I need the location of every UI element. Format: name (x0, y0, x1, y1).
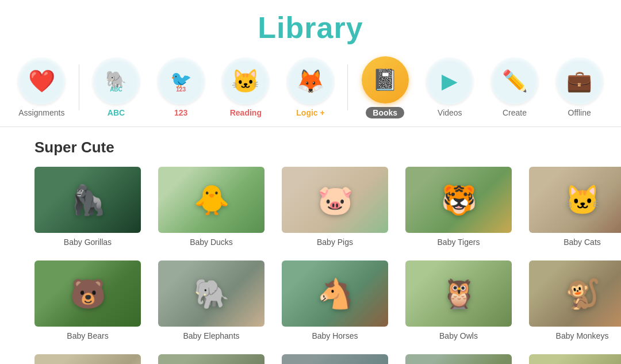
book-cover-gorillas: 🦍 (34, 167, 141, 233)
nav-item-assignments[interactable]: ❤️ Assignments (12, 58, 72, 117)
book-label-gorillas: Baby Gorillas (64, 237, 112, 247)
books-icon: 📓 (372, 68, 398, 92)
owl-emoji: 🦉 (441, 277, 477, 311)
book-item-tigers[interactable]: 🐯 Baby Tigers (405, 167, 512, 247)
book-item-owls[interactable]: 🦉 Baby Owls (405, 260, 512, 340)
main-section: Super Cute 🦍 Baby Gorillas 🐥 Baby Ducks … (0, 127, 621, 364)
nav-circle-123: 🐦 123 (158, 58, 205, 105)
nav-label-assignments: Assignments (18, 108, 64, 117)
bear-emoji: 🐻 (70, 277, 106, 311)
nav-item-books[interactable]: 📓 Books (355, 56, 415, 118)
tiger-emoji: 🐯 (441, 183, 477, 217)
num-icon: 🐦 123 (170, 70, 191, 93)
books-grid: 🦍 Baby Gorillas 🐥 Baby Ducks 🐷 Baby Pigs… (34, 167, 586, 364)
gorilla-emoji: 🦍 (70, 183, 106, 217)
nav-label-offline: Offline (568, 108, 591, 117)
nav-circle-abc: 🐘 ABC (93, 58, 140, 105)
nav-item-abc[interactable]: 🐘 ABC ABC (86, 58, 147, 117)
book-item-rabbits[interactable]: 🐰 (529, 354, 621, 364)
abc-icon: 🐘 ABC (105, 70, 126, 93)
book-item-cats[interactable]: 🐱 Baby Cats (529, 167, 621, 247)
book-label-monkeys: Baby Monkeys (556, 331, 609, 340)
book-cover-owls: 🦉 (405, 260, 512, 327)
nav-circle-create: ✏️ (491, 58, 538, 105)
section-title: Super Cute (34, 139, 586, 156)
monkey-emoji: 🐒 (565, 277, 600, 311)
nav-divider-2 (347, 64, 348, 110)
duck-emoji: 🐥 (194, 183, 229, 217)
pig-emoji: 🐷 (317, 183, 353, 217)
nav-label-123: 123 (174, 108, 187, 117)
nav-circle-assignments: ❤️ (18, 58, 65, 105)
nav-bar: ❤️ Assignments 🐘 ABC ABC 🐦 123 (0, 51, 621, 127)
nav-item-logic[interactable]: 🦊 Logic + (281, 58, 341, 117)
nav-label-books: Books (366, 107, 404, 118)
book-item-pandas[interactable]: 🐼 (158, 354, 264, 364)
book-cover-koalas: 🐨 (405, 354, 512, 364)
nav-label-reading: Reading (230, 108, 262, 117)
book-item-gorillas[interactable]: 🦍 Baby Gorillas (34, 167, 141, 247)
book-cover-pandas: 🐼 (158, 354, 264, 364)
reading-icon: 🐱 (231, 68, 260, 95)
nav-item-123[interactable]: 🐦 123 123 (151, 58, 211, 117)
nav-label-create: Create (503, 108, 527, 117)
nav-divider-1 (79, 64, 79, 110)
book-item-koalas[interactable]: 🐨 (405, 354, 512, 364)
nav-circle-reading: 🐱 (222, 58, 269, 105)
book-cover-rabbits: 🐰 (529, 354, 621, 364)
book-cover-elephants: 🐘 (158, 260, 264, 327)
offline-icon: 💼 (566, 69, 592, 93)
logic-icon: 🦊 (296, 68, 325, 95)
nav-label-logic: Logic + (296, 108, 324, 117)
book-item-dogs[interactable]: 🐶 (34, 354, 141, 364)
book-item-horses[interactable]: 🐴 Baby Horses (282, 260, 388, 340)
book-label-bears: Baby Bears (67, 331, 108, 340)
page-title: Library (0, 10, 621, 45)
book-cover-cats: 🐱 (529, 167, 621, 233)
horse-emoji: 🐴 (317, 277, 353, 311)
nav-label-abc: ABC (108, 108, 125, 117)
page-wrapper: Library ❤️ Assignments 🐘 ABC ABC (0, 0, 621, 364)
nav-item-create[interactable]: ✏️ Create (485, 58, 545, 117)
book-cover-bears: 🐻 (34, 260, 141, 327)
nav-label-videos: Videos (438, 108, 462, 117)
book-label-owls: Baby Owls (439, 331, 478, 340)
nav-circle-videos: ▶ (426, 58, 473, 105)
book-label-ducks: Baby Ducks (190, 237, 233, 247)
book-item-pigs[interactable]: 🐷 Baby Pigs (282, 167, 388, 247)
book-cover-hippos: 🦛 (282, 354, 388, 364)
create-icon: ✏️ (502, 69, 528, 93)
book-item-elephants[interactable]: 🐘 Baby Elephants (158, 260, 264, 340)
page-header: Library (0, 0, 621, 51)
book-item-hippos[interactable]: 🦛 (282, 354, 388, 364)
nav-circle-books: 📓 (362, 56, 409, 104)
cat-emoji: 🐱 (565, 183, 600, 217)
book-label-pigs: Baby Pigs (317, 237, 353, 247)
book-item-bears[interactable]: 🐻 Baby Bears (34, 260, 141, 340)
book-item-ducks[interactable]: 🐥 Baby Ducks (158, 167, 264, 247)
book-label-tigers: Baby Tigers (438, 237, 480, 247)
book-cover-pigs: 🐷 (282, 167, 388, 233)
nav-item-offline[interactable]: 💼 Offline (549, 58, 610, 117)
elephant-emoji: 🐘 (194, 277, 229, 311)
book-cover-horses: 🐴 (282, 260, 388, 327)
nav-circle-offline: 💼 (556, 58, 603, 105)
book-label-cats: Baby Cats (564, 237, 601, 247)
nav-item-videos[interactable]: ▶ Videos (420, 58, 480, 117)
nav-item-reading[interactable]: 🐱 Reading (216, 58, 276, 117)
book-label-elephants: Baby Elephants (183, 331, 239, 340)
videos-icon: ▶ (442, 69, 458, 93)
assignments-icon: ❤️ (28, 68, 55, 94)
book-label-horses: Baby Horses (312, 331, 358, 340)
book-item-monkeys[interactable]: 🐒 Baby Monkeys (529, 260, 621, 340)
book-cover-monkeys: 🐒 (529, 260, 621, 327)
nav-circle-logic: 🦊 (287, 58, 334, 105)
book-cover-dogs: 🐶 (34, 354, 141, 364)
book-cover-tigers: 🐯 (405, 167, 512, 233)
book-cover-ducks: 🐥 (158, 167, 264, 233)
